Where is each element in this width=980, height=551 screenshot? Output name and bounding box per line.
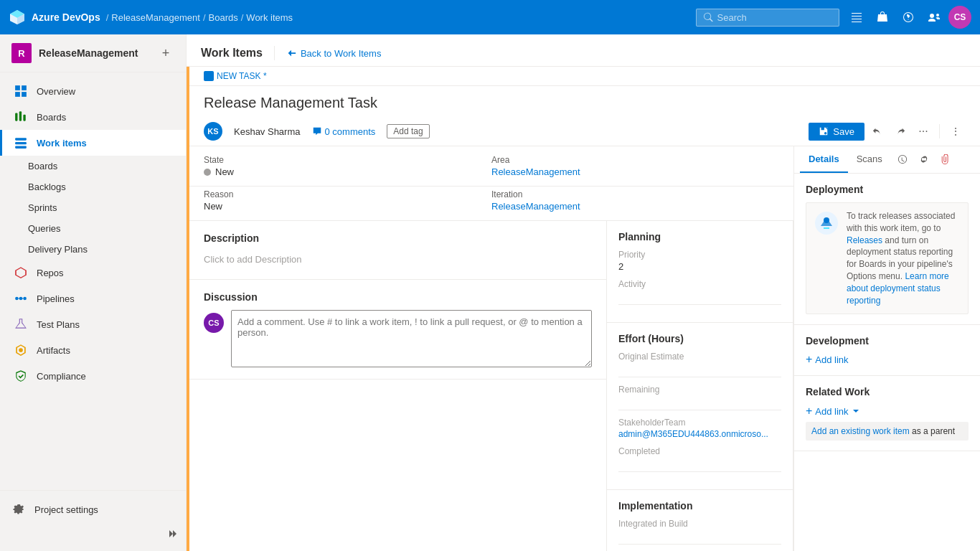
original-estimate-input[interactable]	[618, 363, 781, 377]
author-avatar: KS	[204, 122, 222, 141]
sidebar-item-boards[interactable]: Boards	[0, 156, 186, 176]
sidebar-item-sprints[interactable]: Sprints	[0, 197, 186, 218]
discussion-input-area: CS	[204, 310, 592, 367]
settings-icon	[11, 502, 26, 517]
sidebar-item-pipelines[interactable]: Pipelines	[0, 286, 186, 311]
sidebar-header: R ReleaseManagement +	[0, 34, 186, 72]
svg-rect-1	[15, 85, 20, 90]
meta-actions: Save	[809, 121, 966, 141]
work-item-form: NEW TASK * KS Keshav Sharma	[187, 67, 980, 551]
project-settings-item[interactable]: Project settings	[0, 496, 186, 522]
redo-icon	[895, 126, 905, 136]
related-work-section: Related Work + Add link Add an e	[794, 376, 980, 451]
work-item-title-input[interactable]	[204, 92, 966, 114]
description-placeholder[interactable]: Click to add Description	[204, 251, 592, 268]
svg-rect-10	[15, 146, 27, 149]
completed-input[interactable]	[618, 458, 781, 472]
history-tab-icon[interactable]	[892, 150, 913, 170]
breadcrumb-workitems[interactable]: Work items	[246, 12, 293, 23]
author-name: Keshav Sharma	[234, 126, 301, 137]
breadcrumb-boards[interactable]: Boards	[209, 12, 238, 23]
sidebar-item-artifacts[interactable]: Artifacts	[0, 337, 186, 363]
search-box[interactable]	[696, 9, 839, 27]
svg-rect-4	[22, 92, 27, 97]
related-work-add-link-button[interactable]: + Add link	[806, 405, 860, 418]
add-tag-button[interactable]: Add tag	[387, 124, 429, 138]
boards-icon	[14, 110, 28, 124]
development-add-link-button[interactable]: + Add link	[806, 354, 969, 365]
releases-link[interactable]: Releases	[847, 235, 882, 245]
state-indicator	[204, 169, 211, 176]
sidebar-item-repos[interactable]: Repos	[0, 260, 186, 286]
comment-icon	[312, 126, 322, 136]
attachment-tab-icon[interactable]	[936, 150, 956, 170]
bag-icon[interactable]	[871, 6, 894, 29]
svg-rect-5	[15, 113, 17, 121]
learn-more-link[interactable]: Learn more about deployment status repor…	[847, 271, 949, 306]
project-icon: R	[11, 43, 32, 63]
svg-rect-3	[15, 92, 20, 97]
sidebar-item-compliance[interactable]: Compliance	[0, 363, 186, 389]
collapse-icon	[166, 528, 177, 540]
repos-icon	[14, 265, 28, 280]
pipelines-icon	[14, 291, 28, 306]
tab-details[interactable]: Details	[800, 146, 848, 173]
reason-value[interactable]: New	[204, 201, 491, 212]
svg-point-12	[19, 297, 23, 301]
svg-point-16	[19, 348, 23, 352]
compliance-icon	[14, 369, 28, 383]
iteration-value[interactable]: ReleaseManagement	[491, 201, 779, 212]
svg-point-18	[824, 217, 829, 223]
undo-icon	[872, 126, 882, 136]
deployment-description: To track releases associated with this w…	[847, 210, 961, 306]
project-name[interactable]: R ReleaseManagement	[11, 43, 138, 63]
integrated-build-input[interactable]	[618, 530, 781, 545]
user-avatar[interactable]: CS	[948, 6, 971, 29]
activity-input[interactable]	[618, 291, 781, 305]
work-item-meta-row: KS Keshav Sharma 0 comments Add tag	[189, 117, 980, 146]
link-tab-icon[interactable]	[914, 150, 934, 170]
artifacts-icon	[14, 343, 28, 357]
sidebar-item-boards-group[interactable]: Boards	[0, 104, 186, 130]
stakeholder-field: StakeholderTeam admin@M365EDU444863.onmi…	[618, 418, 781, 439]
back-to-workitems-button[interactable]: Back to Work Items	[286, 48, 381, 59]
sidebar-item-backlogs[interactable]: Backlogs	[0, 176, 186, 197]
sidebar-add-button[interactable]: +	[157, 44, 174, 62]
comments-button[interactable]: 0 comments	[312, 126, 376, 137]
save-button[interactable]: Save	[809, 123, 864, 141]
area-value[interactable]: ReleaseManagement	[491, 166, 779, 177]
comment-input[interactable]	[231, 310, 592, 367]
sidebar-item-queries[interactable]: Queries	[0, 218, 186, 239]
search-input[interactable]	[717, 12, 831, 23]
help-icon[interactable]	[897, 6, 920, 29]
add-link-plus-icon: +	[806, 354, 812, 365]
tab-scans[interactable]: Scans	[848, 146, 891, 173]
svg-rect-7	[23, 115, 25, 121]
planning-column: Planning Priority 2 Activity	[607, 221, 793, 551]
undo-button[interactable]	[867, 121, 887, 141]
sidebar-item-delivery-plans[interactable]: Delivery Plans	[0, 239, 186, 260]
breadcrumb-release[interactable]: ReleaseManagement	[111, 12, 200, 23]
sidebar-item-overview[interactable]: Overview	[0, 78, 186, 104]
sidebar-item-workitems[interactable]: Work items	[0, 130, 186, 156]
collapse-button[interactable]	[0, 522, 186, 545]
more-options-button[interactable]: ···	[913, 121, 933, 141]
state-value[interactable]: New	[204, 166, 491, 177]
iteration-field: Iteration ReleaseManagement	[491, 189, 779, 212]
stakeholder-value[interactable]: admin@M365EDU444863.onmicroso...	[618, 429, 781, 439]
sidebar-item-testplans[interactable]: Test Plans	[0, 311, 186, 337]
add-existing-work-item-link[interactable]: Add an existing work item	[811, 426, 910, 436]
side-options-button[interactable]: ⋮	[946, 121, 966, 141]
reason-field: Reason New	[204, 189, 491, 212]
people-icon[interactable]	[923, 6, 946, 29]
development-section: Development + Add link	[794, 325, 980, 376]
integrated-build-field: Integrated in Build	[618, 519, 781, 545]
redo-button[interactable]	[890, 121, 910, 141]
testplans-icon	[14, 317, 28, 331]
remaining-field: Remaining	[618, 385, 781, 410]
svg-rect-9	[15, 142, 27, 144]
list-icon[interactable]	[845, 6, 868, 29]
remaining-input[interactable]	[618, 396, 781, 410]
reason-iteration-row: Reason New Iteration ReleaseManagement	[189, 187, 793, 221]
svg-rect-6	[19, 111, 22, 121]
